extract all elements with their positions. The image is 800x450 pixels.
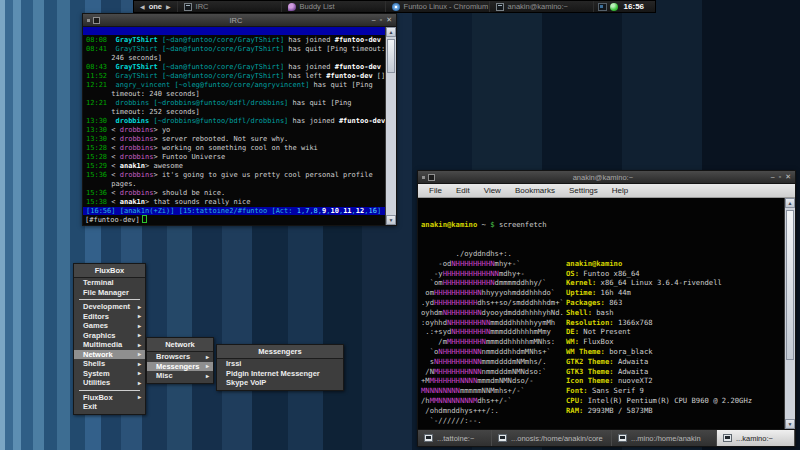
text-segment: timeout: 252 seconds] xyxy=(86,108,200,116)
fluxbox-network-submenu: NetworkBrowsers▸Messengers▸Misc▸ xyxy=(146,337,214,384)
menu-item-skype-voip[interactable]: Skype VoIP xyxy=(217,378,343,388)
menu-item-graphics[interactable]: Graphics▸ xyxy=(74,331,145,341)
menu-item-browsers[interactable]: Browsers▸ xyxy=(147,352,213,362)
status-available-icon[interactable] xyxy=(610,3,618,11)
ascii-art-line: .:+sydNHHHHHHHNmmmdddhhhhmMmy xyxy=(421,327,566,337)
scroll-up-icon[interactable]: ▲ xyxy=(386,27,396,37)
fluxbox-root-menu: FluxBoxTerminalFile ManagerDevelopment▸E… xyxy=(73,263,146,415)
menu-edit[interactable]: Edit xyxy=(449,186,477,195)
close-icon[interactable]: ✕ xyxy=(386,16,392,24)
text-segment: 12 xyxy=(356,207,364,215)
text-segment: 08:43 xyxy=(86,63,107,71)
menu-item-file-manager[interactable]: File Manager xyxy=(74,288,145,298)
menu-view[interactable]: View xyxy=(477,186,508,195)
window-menu-icon[interactable] xyxy=(422,176,425,179)
terminal-icon xyxy=(723,434,732,442)
maximize-icon[interactable]: ▫ xyxy=(779,173,781,181)
text-segment: drobbins xyxy=(120,135,154,143)
taskbar-item-irc[interactable]: IRC xyxy=(177,1,281,12)
menu-separator xyxy=(79,390,140,391)
menu-item-system[interactable]: System▸ xyxy=(74,369,145,379)
terminal-tab-bar: ...tattoine:~...onosis:/home/anakin/core… xyxy=(418,429,795,446)
text-segment: 246 seconds] xyxy=(86,54,162,62)
menu-item-irssi[interactable]: Irssi xyxy=(217,359,343,369)
chat-line: pages. xyxy=(86,180,385,189)
monitor-tray-icon[interactable] xyxy=(598,3,607,11)
minimize-icon[interactable]: – xyxy=(771,173,775,181)
text-segment: > Funtoo Universe xyxy=(153,153,225,161)
chat-line: 15:29 < anak1n> awesome xyxy=(86,162,385,171)
menu-item-terminal[interactable]: Terminal xyxy=(74,278,145,288)
taskbar-item-anakin-kamino[interactable]: anakin@kamino:~ xyxy=(489,1,593,12)
workspace-prev-icon[interactable]: ◀ xyxy=(140,3,145,10)
terminal-icon xyxy=(424,434,433,442)
screenfetch-info-row: OS: Funtoo x86_64 xyxy=(566,269,752,279)
ascii-art-line: -yHHHHHHHHHHHNNmdhy+- xyxy=(421,269,566,279)
chat-line: timeout: 252 seconds] xyxy=(86,108,385,117)
screenfetch-info-row: CPU: Intel(R) Pentium(R) CPU B960 @ 2.20… xyxy=(566,396,752,406)
terminal-scrollbar-thumb[interactable] xyxy=(786,210,794,360)
menu-item-messengers[interactable]: Messengers▸ xyxy=(147,362,213,372)
menu-item-pidgin-internet-messenger[interactable]: Pidgin Internet Messenger xyxy=(217,369,343,379)
screenfetch-info-row: Font: Sans Serif 9 xyxy=(566,386,752,396)
menu-help[interactable]: Help xyxy=(605,186,635,195)
text-segment: [~dan@funtoo/core/GrayTShirt] xyxy=(158,36,284,44)
menu-item-games[interactable]: Games▸ xyxy=(74,321,145,331)
menu-settings[interactable]: Settings xyxy=(562,186,605,195)
close-icon[interactable]: ✕ xyxy=(785,173,791,181)
scroll-up-icon[interactable]: ▲ xyxy=(785,198,795,208)
submenu-arrow-icon: ▸ xyxy=(138,323,141,329)
terminal-tab-tattoine[interactable]: ...tattoine:~ xyxy=(418,430,492,446)
menu-bookmarks[interactable]: Bookmarks xyxy=(508,186,562,195)
text-segment: GrayTShirt xyxy=(116,45,158,53)
menu-item-multimedia[interactable]: Multimedia▸ xyxy=(74,340,145,350)
terminal-tab-onosis-home-anakin-core[interactable]: ...onosis:/home/anakin/core xyxy=(492,430,612,446)
minimize-icon[interactable]: – xyxy=(372,16,376,24)
window-menu-icon[interactable] xyxy=(87,19,90,22)
irc-scrollbar-thumb[interactable] xyxy=(387,39,395,73)
terminal-scrollbar[interactable]: ▲ ▼ xyxy=(784,198,795,429)
text-segment: > working on something cool on the wiki xyxy=(153,144,317,152)
text-segment: 13:30 xyxy=(86,135,107,143)
menu-item-editors[interactable]: Editors▸ xyxy=(74,312,145,322)
irc-input-line[interactable]: [#funtoo-dev] xyxy=(83,215,385,225)
maximize-icon[interactable]: ▫ xyxy=(380,16,382,24)
text-segment: ~ xyxy=(477,220,490,229)
text-segment xyxy=(107,36,115,44)
terminal-scrollbar-track[interactable] xyxy=(785,208,795,419)
fluxbox-messengers-submenu: MessengersIrssiPidgin Internet Messenger… xyxy=(216,344,344,391)
scroll-down-icon[interactable]: ▼ xyxy=(386,215,396,225)
terminal-titlebar[interactable]: anakin@kamino:~ – ▫ ✕ xyxy=(418,171,795,184)
irc-scrollbar-track[interactable] xyxy=(386,37,396,215)
text-segment: > awesome xyxy=(145,162,183,170)
menu-file[interactable]: File xyxy=(422,186,449,195)
text-segment: < xyxy=(107,189,120,197)
terminal-tab-kamino[interactable]: ...kamino:~ xyxy=(717,430,795,446)
menu-item-exit[interactable]: Exit xyxy=(74,402,145,412)
irc-scrollbar[interactable]: ▲ ▼ xyxy=(385,27,396,225)
scroll-down-icon[interactable]: ▼ xyxy=(785,419,795,429)
text-segment: #funtoo-dev xyxy=(339,117,385,125)
menu-item-shells[interactable]: Shells▸ xyxy=(74,359,145,369)
irc-titlebar[interactable]: IRC – ▫ ✕ xyxy=(83,14,396,27)
tab-label: ...mino:/home/anakin xyxy=(631,434,701,443)
submenu-arrow-icon: ▸ xyxy=(138,342,141,348)
workspace-next-icon[interactable]: ▶ xyxy=(166,3,171,10)
menu-item-misc[interactable]: Misc▸ xyxy=(147,371,213,381)
terminal-menubar: FileEditViewBookmarksSettingsHelp xyxy=(418,184,795,198)
taskbar-item-funtoo-linux-chromium[interactable]: Funtoo Linux - Chromium xyxy=(385,1,489,12)
terminal-tab-mino-home-anakin[interactable]: ...mino:/home/anakin xyxy=(612,430,717,446)
text-segment: > it's going to give us pretty cool pers… xyxy=(153,171,372,179)
text-segment: drobbins xyxy=(120,144,154,152)
text-segment: 15:29 xyxy=(86,162,107,170)
irc-topic-bar xyxy=(83,27,385,35)
menu-item-network[interactable]: Network▸ xyxy=(74,350,145,360)
text-segment: has left xyxy=(284,72,326,80)
text-segment: [~dan@funtoo/core/GrayTShirt] xyxy=(158,63,284,71)
menu-item-utilities[interactable]: Utilities▸ xyxy=(74,378,145,388)
menu-item-development[interactable]: Development▸ xyxy=(74,302,145,312)
text-segment: drobbins xyxy=(120,126,154,134)
taskbar-item-buddy-list[interactable]: Buddy List xyxy=(281,1,385,12)
menu-item-fluxbox[interactable]: FluxBox▸ xyxy=(74,393,145,403)
chat-line: timeout: 240 seconds] xyxy=(86,90,385,99)
